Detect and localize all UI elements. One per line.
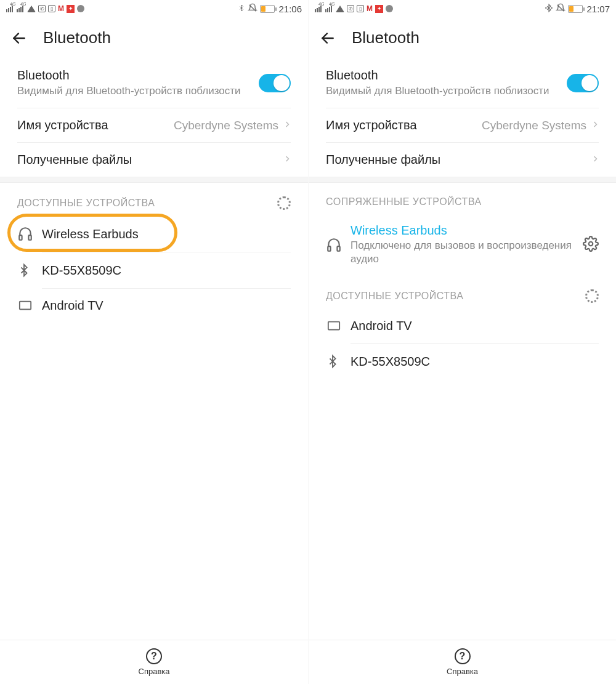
bluetooth-toggle-row[interactable]: Bluetooth Видимый для Bluetooth-устройст… [0, 58, 308, 108]
svg-rect-3 [20, 301, 31, 309]
gmail-icon: M [367, 4, 373, 13]
svg-rect-10 [328, 321, 339, 329]
device-name-value: Cyberdyne Systems [482, 119, 586, 132]
device-status: Подключено для вызовов и воспроизведения… [351, 239, 583, 266]
device-row-androidtv[interactable]: Android TV [309, 309, 616, 343]
page-title: Bluetooth [352, 28, 419, 47]
help-label: Справка [139, 667, 170, 676]
scanning-spinner-icon [585, 289, 599, 303]
status-time: 21:06 [278, 4, 302, 14]
device-settings-button[interactable] [583, 236, 599, 254]
device-name: Android TV [42, 299, 291, 313]
device-name-label: Имя устройства [326, 118, 482, 132]
bluetooth-toggle-label: Bluetooth [17, 68, 259, 82]
app-icon [386, 5, 393, 12]
received-files-row[interactable]: Полученные файлы [0, 143, 308, 177]
status-bar: 4G 4G ✆ ▯ M ✦ 21:06 [0, 0, 308, 17]
svg-point-5 [552, 7, 553, 8]
help-button[interactable]: ? Справка [0, 640, 308, 684]
page-title: Bluetooth [43, 28, 111, 47]
svg-point-9 [589, 241, 593, 246]
device-row-androidtv[interactable]: Android TV [0, 289, 308, 323]
received-files-label: Полученные файлы [17, 153, 283, 167]
gmail-icon: M [58, 4, 64, 13]
bluetooth-toggle-switch[interactable] [567, 74, 599, 92]
battery-icon [568, 5, 583, 13]
chevron-right-icon [591, 153, 599, 167]
bluetooth-icon [326, 353, 351, 369]
paired-device-row-earbuds[interactable]: Wireless Earbuds Подключено для вызовов … [309, 214, 616, 276]
device-row-wireless-earbuds[interactable]: Wireless Earbuds [0, 216, 308, 252]
bluetooth-toggle-row[interactable]: Bluetooth Видимый для Bluetooth-устройст… [309, 58, 616, 108]
device-name: Android TV [351, 319, 599, 333]
svg-point-4 [546, 7, 546, 8]
display-icon [17, 299, 42, 313]
mute-icon [556, 3, 565, 15]
screen-left: 4G 4G ✆ ▯ M ✦ 21:06 [0, 0, 308, 684]
device-name-row[interactable]: Имя устройства Cyberdyne Systems [309, 108, 616, 142]
back-button[interactable] [320, 30, 336, 46]
back-button[interactable] [11, 30, 27, 46]
headphones-icon [17, 226, 42, 242]
aliexpress-icon: ✦ [67, 5, 75, 13]
battery-saver-icon: ▯ [357, 5, 364, 12]
available-devices-header: ДОСТУПНЫЕ УСТРОЙСТВА [0, 183, 308, 216]
device-name: KD-55X8509C [42, 264, 291, 278]
bluetooth-toggle-switch[interactable] [259, 74, 291, 92]
bluetooth-connected-icon [545, 4, 553, 14]
received-files-row[interactable]: Полученные файлы [309, 143, 616, 177]
wifi-icon [27, 6, 36, 12]
received-files-label: Полученные файлы [326, 153, 591, 167]
wifi-icon [336, 6, 344, 12]
svg-rect-7 [328, 246, 330, 251]
bluetooth-toggle-sub: Видимый для Bluetooth-устройств поблизос… [326, 84, 567, 98]
device-name-value: Cyberdyne Systems [174, 119, 278, 132]
signal-1-icon: 4G [315, 6, 322, 12]
scanning-spinner-icon [277, 196, 291, 210]
status-time: 21:07 [586, 4, 610, 14]
svg-rect-1 [19, 235, 22, 240]
bluetooth-icon [17, 262, 42, 278]
device-name: KD-55X8509C [351, 355, 599, 369]
bluetooth-toggle-sub: Видимый для Bluetooth-устройств поблизос… [17, 84, 259, 98]
device-name: Wireless Earbuds [42, 227, 291, 241]
battery-saver-icon: ▯ [48, 5, 55, 12]
mute-icon [248, 3, 257, 15]
aliexpress-icon: ✦ [375, 5, 383, 13]
screen-right: 4G 4G ✆ ▯ M ✦ 21:07 [308, 0, 616, 684]
chevron-right-icon [283, 119, 291, 132]
device-name-label: Имя устройства [17, 118, 174, 132]
chevron-right-icon [591, 119, 599, 132]
signal-2-icon: 4G [17, 6, 23, 12]
bluetooth-toggle-label: Bluetooth [326, 68, 567, 82]
available-devices-header: ДОСТУПНЫЕ УСТРОЙСТВА [309, 276, 616, 309]
paired-devices-header: СОПРЯЖЕННЫЕ УСТРОЙСТВА [309, 183, 616, 214]
battery-icon [260, 5, 275, 13]
viber-icon: ✆ [38, 5, 46, 12]
svg-rect-2 [28, 235, 31, 240]
device-name: Wireless Earbuds [351, 223, 583, 238]
bluetooth-status-icon [238, 4, 245, 14]
device-name-row[interactable]: Имя устройства Cyberdyne Systems [0, 108, 308, 142]
status-bar: 4G 4G ✆ ▯ M ✦ 21:07 [309, 0, 616, 17]
help-icon: ? [455, 648, 471, 664]
chevron-right-icon [283, 153, 291, 167]
app-icon [77, 5, 84, 12]
help-button[interactable]: ? Справка [309, 640, 616, 684]
help-icon: ? [146, 648, 162, 664]
display-icon [326, 320, 351, 333]
device-row-kd55[interactable]: KD-55X8509C [309, 344, 616, 379]
headphones-icon [326, 237, 351, 253]
signal-2-icon: 4G [325, 6, 332, 12]
viber-icon: ✆ [347, 5, 354, 12]
svg-rect-8 [337, 246, 339, 251]
help-label: Справка [447, 667, 478, 676]
device-row-kd55[interactable]: KD-55X8509C [0, 252, 308, 288]
signal-1-icon: 4G [6, 6, 13, 12]
